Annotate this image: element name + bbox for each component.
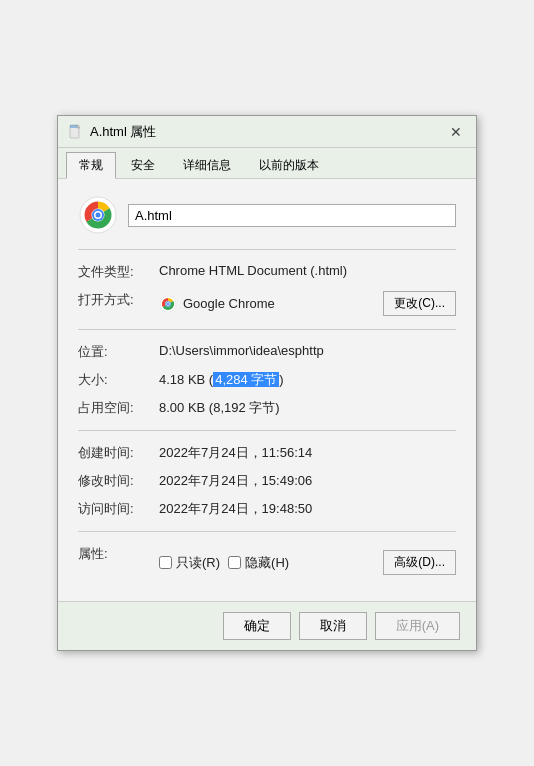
location-label: 位置: — [78, 338, 153, 366]
modified-label: 修改时间: — [78, 467, 153, 495]
svg-point-6 — [96, 213, 101, 218]
attrs-controls: 只读(R) 隐藏(H) 高级(D)... — [153, 540, 456, 585]
size-highlight: 4,284 字节 — [213, 372, 279, 387]
attributes-row-content: 只读(R) 隐藏(H) 高级(D)... — [159, 545, 456, 580]
divider-1 — [78, 249, 456, 250]
created-value: 2022年7月24日，11:56:14 — [153, 439, 456, 467]
svg-point-10 — [167, 302, 169, 304]
ok-button[interactable]: 确定 — [223, 612, 291, 640]
dialog-window: A.html 属性 ✕ 常规 安全 详细信息 以前的版本 — [57, 115, 477, 651]
modified-value: 2022年7月24日，15:49:06 — [153, 467, 456, 495]
file-type-row: 文件类型: Chrome HTML Document (.html) — [78, 258, 456, 286]
divider-3 — [78, 430, 456, 431]
size-value-cell: 4.18 KB (4,284 字节) — [153, 366, 456, 394]
open-with-label: 打开方式: — [78, 286, 153, 321]
readonly-label: 只读(R) — [176, 554, 220, 572]
apply-button[interactable]: 应用(A) — [375, 612, 460, 640]
content-area: 文件类型: Chrome HTML Document (.html) 打开方式: — [58, 179, 476, 601]
size-value-main: 4.18 KB ( — [159, 372, 213, 387]
accessed-value: 2022年7月24日，19:48:50 — [153, 495, 456, 523]
footer: 确定 取消 应用(A) — [58, 601, 476, 650]
open-with-content: Google Chrome 更改(C)... — [159, 291, 456, 316]
hidden-checkbox[interactable] — [228, 556, 241, 569]
open-with-row: 打开方式: Goo — [78, 286, 456, 321]
size-value-end: ) — [279, 372, 283, 387]
attrs-label: 属性: — [78, 540, 153, 585]
disk-size-label: 占用空间: — [78, 394, 153, 422]
tab-previous-versions[interactable]: 以前的版本 — [246, 152, 332, 178]
file-header — [78, 195, 456, 235]
tabs-bar: 常规 安全 详细信息 以前的版本 — [58, 148, 476, 179]
window-title: A.html 属性 — [90, 123, 156, 141]
divider-4 — [78, 531, 456, 532]
file-name-input[interactable] — [128, 204, 456, 227]
divider-2 — [78, 329, 456, 330]
file-large-icon — [78, 195, 118, 235]
location-table: 位置: D:\Users\immor\idea\esphttp 大小: 4.18… — [78, 338, 456, 422]
readonly-group: 只读(R) — [159, 554, 220, 572]
accessed-label: 访问时间: — [78, 495, 153, 523]
modified-row: 修改时间: 2022年7月24日，15:49:06 — [78, 467, 456, 495]
hidden-label: 隐藏(H) — [245, 554, 289, 572]
file-type-value: Chrome HTML Document (.html) — [153, 258, 456, 286]
size-row: 大小: 4.18 KB (4,284 字节) — [78, 366, 456, 394]
created-label: 创建时间: — [78, 439, 153, 467]
location-value: D:\Users\immor\idea\esphttp — [153, 338, 456, 366]
advanced-button[interactable]: 高级(D)... — [383, 550, 456, 575]
cancel-button[interactable]: 取消 — [299, 612, 367, 640]
disk-size-row: 占用空间: 8.00 KB (8,192 字节) — [78, 394, 456, 422]
tab-security[interactable]: 安全 — [118, 152, 168, 178]
created-row: 创建时间: 2022年7月24日，11:56:14 — [78, 439, 456, 467]
title-bar: A.html 属性 ✕ — [58, 116, 476, 148]
tab-details[interactable]: 详细信息 — [170, 152, 244, 178]
svg-rect-2 — [70, 125, 77, 128]
disk-size-value: 8.00 KB (8,192 字节) — [153, 394, 456, 422]
file-type-label: 文件类型: — [78, 258, 153, 286]
tab-general[interactable]: 常规 — [66, 152, 116, 179]
accessed-row: 访问时间: 2022年7月24日，19:48:50 — [78, 495, 456, 523]
size-label: 大小: — [78, 366, 153, 394]
open-with-value: Google Chrome — [183, 296, 275, 311]
readonly-checkbox[interactable] — [159, 556, 172, 569]
title-bar-left: A.html 属性 — [68, 123, 156, 141]
title-icon — [68, 124, 84, 140]
attributes-row: 属性: 只读(R) 隐藏(H) 高级(D)... — [78, 540, 456, 585]
hidden-group: 隐藏(H) — [228, 554, 289, 572]
open-with-cell: Google Chrome 更改(C)... — [153, 286, 456, 321]
close-button[interactable]: ✕ — [446, 122, 466, 142]
change-button[interactable]: 更改(C)... — [383, 291, 456, 316]
attributes-table: 属性: 只读(R) 隐藏(H) 高级(D)... — [78, 540, 456, 585]
info-table: 文件类型: Chrome HTML Document (.html) 打开方式: — [78, 258, 456, 321]
chrome-icon — [159, 295, 177, 313]
location-row: 位置: D:\Users\immor\idea\esphttp — [78, 338, 456, 366]
dates-table: 创建时间: 2022年7月24日，11:56:14 修改时间: 2022年7月2… — [78, 439, 456, 523]
